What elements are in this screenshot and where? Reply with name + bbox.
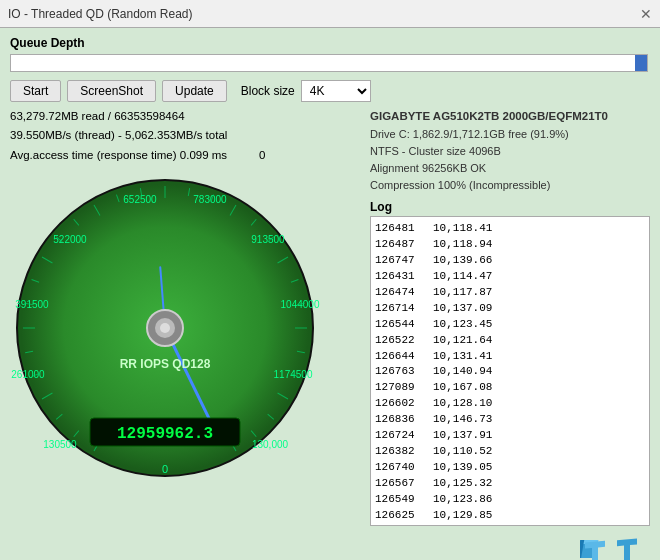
- svg-marker-56: [617, 538, 637, 560]
- log-row: 12648110,118.41: [375, 221, 645, 237]
- svg-text:522000: 522000: [53, 234, 87, 245]
- title-bar: IO - Threaded QD (Random Read) ✕: [0, 0, 660, 28]
- log-row: 12674010,139.05: [375, 460, 645, 476]
- log-row: 12656710,125.32: [375, 476, 645, 492]
- log-row: 12674710,139.66: [375, 253, 645, 269]
- log-row: 12638210,110.52: [375, 444, 645, 460]
- log-row: 12626110,100.82: [375, 524, 645, 526]
- svg-text:261000: 261000: [11, 369, 45, 380]
- left-panel: 63,279.72MB read / 66353598464 39.550MB/…: [10, 108, 360, 560]
- log-box: 12648110,118.4112648710,118.9412674710,1…: [370, 216, 650, 526]
- device-fs: NTFS - Cluster size 4096B: [370, 143, 650, 160]
- svg-text:12959962.3: 12959962.3: [117, 425, 213, 443]
- svg-text:652500: 652500: [123, 194, 157, 205]
- gauge-svg: 0 130500 261000 391500 522000 652500 783…: [10, 168, 320, 478]
- svg-text:0: 0: [162, 463, 168, 475]
- log-row: 12647410,117.87: [375, 285, 645, 301]
- device-name: GIGABYTE AG510K2TB 2000GB/EQFM21T0: [370, 108, 650, 126]
- block-size-label: Block size: [241, 84, 295, 98]
- device-drive: Drive C: 1,862.9/1,712.1GB free (91.9%): [370, 126, 650, 143]
- svg-text:130500: 130500: [43, 439, 77, 450]
- log-row: 12660210,128.10: [375, 396, 645, 412]
- log-row: 12652210,121.64: [375, 333, 645, 349]
- device-alignment: Alignment 96256KB OK: [370, 160, 650, 177]
- log-row: 12708910,167.08: [375, 380, 645, 396]
- close-button[interactable]: ✕: [640, 6, 652, 22]
- svg-text:130,000: 130,000: [252, 439, 289, 450]
- log-row: 12671410,137.09: [375, 301, 645, 317]
- log-row: 12664410,131.41: [375, 349, 645, 365]
- queue-depth-fill: [635, 55, 647, 71]
- log-row: 12676310,140.94: [375, 364, 645, 380]
- update-button[interactable]: Update: [162, 80, 227, 102]
- queue-depth-bar: [10, 54, 648, 72]
- read-stat: 63,279.72MB read / 66353598464: [10, 108, 360, 125]
- body-row: 63,279.72MB read / 66353598464 39.550MB/…: [10, 108, 650, 560]
- block-size-select[interactable]: 5121K2K4K8K16K32K64K128K256K512K1M: [301, 80, 371, 102]
- right-panel: GIGABYTE AG510K2TB 2000GB/EQFM21T0 Drive…: [370, 108, 650, 560]
- logo-icon: [580, 530, 650, 560]
- device-compression: Compression 100% (Incompressible): [370, 177, 650, 194]
- gauge-container: 0 130500 261000 391500 522000 652500 783…: [10, 168, 320, 478]
- avg-access-stat: Avg.access time (response time) 0.099 ms…: [10, 147, 360, 164]
- screenshot-button[interactable]: ScreenShot: [67, 80, 156, 102]
- svg-point-48: [160, 323, 170, 333]
- log-row: 12648710,118.94: [375, 237, 645, 253]
- log-label: Log: [370, 200, 650, 214]
- throughput-stat: 39.550MB/s (thread) - 5,062.353MB/s tota…: [10, 127, 360, 144]
- queue-depth-label: Queue Depth: [10, 36, 650, 50]
- log-row: 12662510,129.85: [375, 508, 645, 524]
- main-content: Queue Depth Start ScreenShot Update Bloc…: [0, 28, 660, 560]
- log-row: 12654910,123.86: [375, 492, 645, 508]
- start-button[interactable]: Start: [10, 80, 61, 102]
- svg-text:913500: 913500: [251, 234, 285, 245]
- log-row: 12643110,114.47: [375, 269, 645, 285]
- svg-text:783000: 783000: [193, 194, 227, 205]
- controls-row: Start ScreenShot Update Block size 5121K…: [10, 80, 650, 102]
- log-row: 12654410,123.45: [375, 317, 645, 333]
- device-info: GIGABYTE AG510K2TB 2000GB/EQFM21T0 Drive…: [370, 108, 650, 194]
- log-row: 12672410,137.91: [375, 428, 645, 444]
- log-row: 12683610,146.73: [375, 412, 645, 428]
- svg-text:RR IOPS QD128: RR IOPS QD128: [120, 357, 211, 371]
- window-title: IO - Threaded QD (Random Read): [8, 7, 193, 21]
